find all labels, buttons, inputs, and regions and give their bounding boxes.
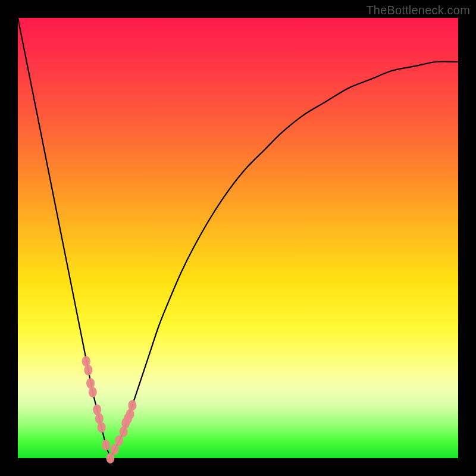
data-marker [84,365,92,375]
chart-frame: TheBottleneck.com [0,0,476,476]
bottleneck-curve [18,18,458,458]
data-marker [128,400,136,411]
data-marker [115,435,123,446]
data-marker [98,422,106,433]
plot-area [18,18,458,458]
data-markers [82,356,137,464]
data-marker [89,387,97,397]
attribution-watermark: TheBottleneck.com [366,4,470,17]
curve-lines [18,18,458,458]
curve-right-branch [110,61,458,458]
data-marker [102,440,110,450]
data-marker [111,444,119,455]
data-marker [106,453,114,464]
